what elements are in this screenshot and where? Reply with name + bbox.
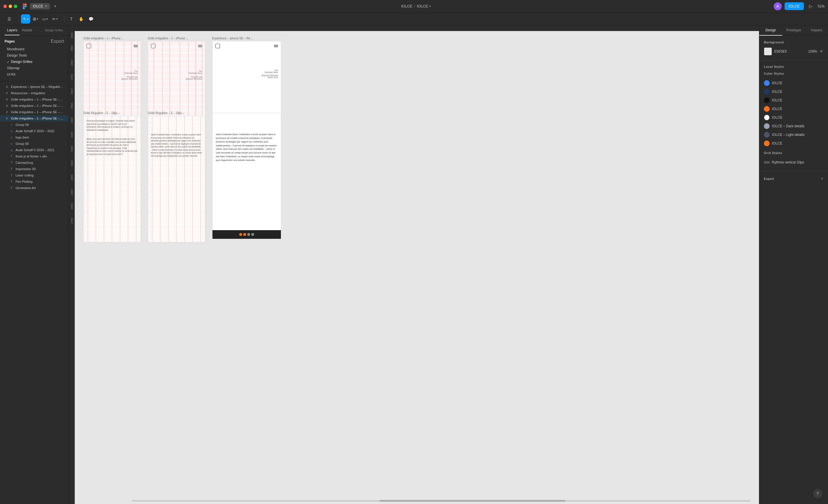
breadcrumb: IOLCE / IOLCE ▾ — [401, 4, 431, 8]
hand-tool[interactable]: ✋ — [77, 14, 86, 24]
layer-grille-4[interactable]: # Grille irrégulière – 1 – iPhone SE – .… — [0, 115, 69, 122]
pen-tool[interactable]: ✏ ▾ — [50, 14, 59, 24]
select-tool[interactable]: ↖ ▾ — [21, 14, 30, 24]
phone-screen-r2: L'ordinateur pour créer de l'art physiqu… — [148, 116, 205, 242]
tool-separator — [18, 16, 19, 22]
canvas-area[interactable]: 2900 3000 3100 3200 3300 3400 3500 3600 … — [69, 25, 759, 504]
rect-icon: ▭ — [42, 17, 46, 21]
color-swatch-dark-blue[interactable] — [764, 89, 770, 95]
layer-grille-2[interactable]: # Grille irrégulière – 1 – iPhone SE – .… — [0, 103, 69, 109]
active-check-icon: ✓ — [7, 60, 9, 63]
frame-regular-2[interactable]: Grille Régulière – 5 – 18px – — [148, 111, 205, 242]
play-button[interactable]: ▷ — [807, 2, 815, 10]
shape-tool[interactable]: ▭ ▾ — [41, 14, 50, 24]
style-row-7: IOLCE – Light details — [764, 131, 823, 139]
layer-text2[interactable]: T Canvas2svg — [0, 159, 69, 166]
layer-group59[interactable]: ⊹ Group 59 — [0, 122, 69, 128]
color-swatch-dark-gray[interactable] — [764, 132, 770, 138]
color-swatch-black[interactable] — [764, 97, 770, 103]
frames-row-2: Grille Régulière – 5 – 18px – — [83, 111, 281, 242]
style-row-2: IOLCE — [764, 87, 823, 96]
layer-logo[interactable]: ⊹ logo dwm — [0, 134, 69, 140]
page-label: Moodboard — [7, 47, 25, 51]
close-button[interactable] — [3, 5, 7, 8]
color-swatch-gray[interactable] — [764, 123, 770, 129]
style-row-8: IOLCE — [764, 139, 823, 148]
body-text: Selon Charlotte Dann, l'ordinateur a tou… — [151, 134, 202, 157]
minimize-button[interactable] — [9, 5, 12, 8]
select-tools: ↖ ▾ ⊞ ▾ ▭ ▾ ✏ ▾ — [21, 14, 59, 24]
file-dropdown[interactable]: IOLCE ▾ — [417, 4, 431, 8]
top-bar-right: A IOLCE ▷ 51% — [774, 2, 825, 10]
canvas-content[interactable]: Grille irrégulière – 1 – iPhone ... — [75, 31, 759, 504]
layer-text6[interactable]: T Generative Art — [0, 185, 69, 191]
layer-experience[interactable]: # Expérience – Iphone SE – Régulièr... — [0, 84, 69, 90]
view-tools: T ✋ 💬 — [67, 14, 95, 24]
frame-regular-1[interactable]: Grille Régulière – 5 – 18px – — [83, 111, 141, 242]
layer-grille-1[interactable]: # Grille irrégulière – 1 – iPhone SE – .… — [0, 96, 69, 103]
style-row-3: IOLCE — [764, 96, 823, 104]
layer-text3[interactable]: T Impression 3D — [0, 166, 69, 172]
layer-component2[interactable]: ◇ Aude Schaff © 2020 – 2021 — [0, 147, 69, 153]
layer-text4[interactable]: T Laser cutting — [0, 172, 69, 178]
page-design-grilles[interactable]: ✓ Design Grilles — [5, 59, 64, 65]
component-icon: ◇ — [9, 129, 14, 133]
color-swatch-white[interactable] — [764, 114, 770, 121]
background-color-value[interactable]: E5E5E5 — [774, 49, 803, 53]
maximize-button[interactable] — [14, 5, 17, 8]
frame-tool[interactable]: ⊞ ▾ — [31, 14, 40, 24]
left-panel-tabs: Layers Assets Design Grilles — [0, 25, 69, 36]
layer-text1[interactable]: T three.js et fichier «.stl» — [0, 153, 69, 159]
page-design-texte[interactable]: Design Texte — [5, 52, 64, 59]
layer-text5[interactable]: T Pen Plotting — [0, 178, 69, 185]
tab-label: IOLCE — [33, 4, 43, 8]
layer-name: Grille irrégulière – 1 – iPhone SE – ... — [11, 117, 63, 120]
style-row-6: IOLCE – Dark details — [764, 122, 823, 131]
layer-ressources[interactable]: # Ressources – irrégulière — [0, 90, 69, 96]
tab-inspect[interactable]: Inspect — [805, 25, 828, 36]
frame-experience-large[interactable]: L'ordinateur pour créer de l'art physiqu… — [212, 111, 281, 242]
frame-body2: Après nous avoir démontré qu'il était po… — [84, 136, 140, 159]
visibility-toggle-icon[interactable]: 👁 — [819, 49, 823, 54]
background-swatch[interactable] — [764, 47, 772, 55]
color-swatch-orange[interactable] — [764, 106, 770, 112]
page-sitemap[interactable]: Sitemap — [5, 65, 64, 71]
tab-design[interactable]: Design — [759, 25, 782, 36]
window-controls — [3, 5, 17, 8]
color-swatch-blue[interactable] — [764, 80, 770, 86]
file-label: IOLCE — [417, 4, 428, 8]
tab-close-icon[interactable]: ✕ — [45, 5, 47, 8]
background-opacity-value[interactable]: 100% — [805, 49, 817, 53]
style-row-4: IOLCE — [764, 104, 823, 113]
text-tool[interactable]: T — [67, 14, 76, 24]
tab-assets[interactable]: Assets — [19, 25, 35, 35]
add-page-button[interactable]: Export — [51, 39, 64, 44]
scrollbar-horizontal[interactable] — [132, 500, 750, 502]
layer-component1[interactable]: ◇ Aude Schaff © 2020 – 2022 — [0, 128, 69, 134]
meta-propose: Proposé par — [151, 76, 202, 78]
add-export-button[interactable]: + — [821, 176, 823, 181]
add-tab-button[interactable]: + — [52, 3, 58, 9]
layer-group58[interactable]: ⊹ Group 58 — [0, 140, 69, 147]
page-label: Sitemap — [7, 66, 19, 70]
file-tab[interactable]: IOLCE ✕ — [30, 3, 50, 9]
hamburger-menu-icon — [198, 45, 202, 47]
comment-tool[interactable]: 💬 — [86, 14, 95, 24]
page-moodboard[interactable]: Moodboard — [5, 46, 64, 52]
component-icon: ◇ — [9, 148, 14, 152]
tab-layers[interactable]: Layers — [5, 25, 19, 35]
right-panel: Design Prototype Inspect Background E5E5… — [759, 25, 828, 504]
main-menu-button[interactable]: ☰ — [5, 14, 14, 24]
layer-name: Pen Plotting — [15, 180, 33, 183]
share-button[interactable]: IOLCE — [785, 2, 804, 10]
group-icon: ⊹ — [9, 141, 14, 146]
color-swatch-orange2[interactable] — [764, 140, 770, 146]
frame-meta: Par Charlotte Dann — [148, 69, 205, 75]
layer-grille-3[interactable]: # Grille irrégulière – 1 – iPhone SE – .… — [0, 109, 69, 115]
pages-title: Pages — [5, 39, 15, 43]
help-button[interactable]: ? — [813, 489, 822, 498]
page-ui-kit[interactable]: Ui-Kit — [5, 71, 64, 78]
style-name-5: IOLCE — [772, 116, 823, 120]
zoom-level[interactable]: 51% — [818, 4, 825, 8]
tab-prototype[interactable]: Prototype — [782, 25, 805, 36]
